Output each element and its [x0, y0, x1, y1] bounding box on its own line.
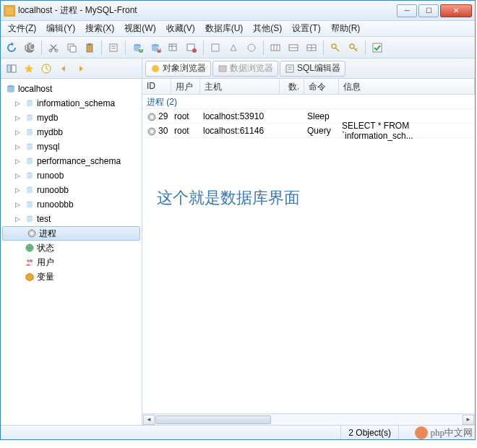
- grid1-button[interactable]: [267, 40, 283, 56]
- scroll-thumb[interactable]: [155, 415, 271, 424]
- watermark-logo-icon: [415, 426, 428, 439]
- globe-icon: [24, 242, 35, 254]
- menu-settings[interactable]: 设置(T): [288, 21, 325, 36]
- tree-status[interactable]: 状态: [1, 241, 142, 255]
- menu-search[interactable]: 搜索(X): [81, 21, 119, 36]
- expand-icon[interactable]: ▷: [15, 215, 22, 223]
- tool1-button[interactable]: [207, 40, 223, 56]
- database-icon: [24, 112, 35, 124]
- scroll-right-button[interactable]: ►: [463, 415, 474, 425]
- tree-db[interactable]: ▷mydbb: [1, 125, 142, 139]
- col-db[interactable]: 数.: [280, 79, 304, 94]
- tree-db[interactable]: ▷information_schema: [1, 96, 142, 111]
- db-add-button[interactable]: +: [129, 40, 145, 56]
- svg-point-38: [152, 65, 159, 72]
- grid2-button[interactable]: [285, 40, 301, 56]
- tree-db[interactable]: ▷runoob: [1, 168, 142, 183]
- tool2-button[interactable]: [225, 40, 241, 56]
- menu-file[interactable]: 文件(Z): [4, 21, 40, 36]
- status-objects: 2 Object(s): [340, 426, 398, 439]
- menu-edit[interactable]: 编辑(Y): [42, 21, 80, 36]
- tree-db[interactable]: ▷mysql: [1, 139, 142, 154]
- cell-user: root: [170, 124, 199, 137]
- database-icon: [24, 126, 35, 138]
- title-bar[interactable]: localhost - 进程 - MySQL-Front ─ ☐ ✕: [1, 1, 475, 21]
- copy-button[interactable]: [64, 40, 80, 56]
- col-info[interactable]: 信息: [339, 79, 475, 94]
- tree-host[interactable]: localhost: [1, 82, 142, 96]
- table-row[interactable]: 30 root localhost:61146 Query SELECT * F…: [142, 124, 475, 138]
- tab-data-browser[interactable]: 数据浏览器: [212, 61, 278, 77]
- properties-button[interactable]: [106, 40, 121, 56]
- menu-other[interactable]: 其他(S): [249, 21, 286, 36]
- tree-users[interactable]: 用户: [1, 255, 142, 270]
- db-remove-button[interactable]: ×: [147, 40, 163, 56]
- history-forward-icon[interactable]: [73, 61, 89, 77]
- menu-view[interactable]: 视图(W): [120, 21, 160, 36]
- grid-header: ID 用户 主机 数. 命令 信息: [142, 79, 475, 95]
- expand-icon[interactable]: ▷: [15, 114, 22, 121]
- tree-db[interactable]: ▷performance_schema: [1, 154, 142, 168]
- tree-db[interactable]: ▷test: [1, 212, 142, 226]
- close-button[interactable]: ✕: [440, 4, 472, 17]
- col-user[interactable]: 用户: [171, 79, 200, 94]
- expand-icon[interactable]: ▷: [15, 100, 22, 107]
- scroll-left-button[interactable]: ◄: [143, 415, 155, 425]
- tree-db[interactable]: ▷runoobb: [1, 183, 142, 197]
- database-icon: [24, 98, 35, 109]
- cell-host: localhost:61146: [199, 124, 278, 137]
- table-add-button[interactable]: [166, 40, 181, 56]
- group-row[interactable]: 进程 (2): [142, 95, 475, 109]
- status-bar: 2 Object(s): [1, 425, 475, 439]
- maximize-button[interactable]: ☐: [418, 4, 439, 17]
- clock-icon[interactable]: [38, 61, 54, 77]
- tool3-button[interactable]: [244, 40, 259, 56]
- navigation-tree[interactable]: localhost ▷information_schema ▷mydb ▷myd…: [1, 79, 142, 425]
- key2-button[interactable]: [345, 40, 361, 56]
- tree-db[interactable]: ▷runoobbb: [1, 197, 142, 212]
- expand-icon[interactable]: ▷: [15, 201, 22, 208]
- database-icon: [24, 170, 35, 181]
- users-icon: [24, 257, 35, 268]
- tab-sql-editor[interactable]: SQL编辑器: [280, 61, 345, 77]
- expand-icon[interactable]: ▷: [15, 158, 22, 165]
- expand-icon[interactable]: ▷: [15, 143, 22, 150]
- scroll-track[interactable]: [155, 415, 462, 425]
- tab-object-browser[interactable]: 对象浏览器: [145, 61, 211, 77]
- history-back-icon[interactable]: [56, 61, 72, 77]
- tree-variables[interactable]: 变量: [1, 270, 142, 284]
- window-title: localhost - 进程 - MySQL-Front: [18, 4, 397, 17]
- grid3-button[interactable]: [304, 40, 319, 56]
- tree-label: runoobb: [37, 185, 69, 195]
- check-button[interactable]: [369, 40, 385, 56]
- svg-rect-24: [271, 45, 280, 51]
- expand-icon[interactable]: ▷: [15, 186, 22, 194]
- favorites-icon[interactable]: [21, 61, 37, 77]
- database-icon: [24, 184, 35, 196]
- box-icon: [24, 271, 35, 283]
- refresh-button[interactable]: [4, 40, 20, 56]
- menu-database[interactable]: 数据库(U): [201, 21, 248, 36]
- col-cmd[interactable]: 命令: [304, 79, 339, 94]
- paste-button[interactable]: [82, 40, 98, 56]
- svg-point-54: [30, 232, 33, 235]
- svg-text:×: ×: [156, 44, 161, 53]
- stop-button[interactable]: STOP: [22, 40, 38, 56]
- tree-db[interactable]: ▷mydb: [1, 111, 142, 125]
- tree-process[interactable]: 进程: [2, 226, 140, 241]
- svg-text:+: +: [138, 44, 143, 53]
- table-remove-button[interactable]: [184, 40, 199, 56]
- tree-toggle-button[interactable]: [4, 61, 20, 77]
- cut-button[interactable]: [46, 40, 61, 56]
- expand-icon[interactable]: ▷: [15, 172, 22, 179]
- expand-icon[interactable]: ▷: [15, 129, 22, 136]
- horizontal-scrollbar[interactable]: ◄ ►: [142, 413, 475, 425]
- tree-label: 进程: [39, 228, 56, 240]
- col-id[interactable]: ID: [142, 79, 171, 94]
- key-button[interactable]: [327, 40, 343, 56]
- menu-favorites[interactable]: 收藏(V): [162, 21, 199, 36]
- svg-rect-39: [219, 66, 226, 72]
- menu-help[interactable]: 帮助(R): [327, 21, 365, 36]
- col-host[interactable]: 主机: [200, 79, 280, 94]
- minimize-button[interactable]: ─: [397, 4, 417, 17]
